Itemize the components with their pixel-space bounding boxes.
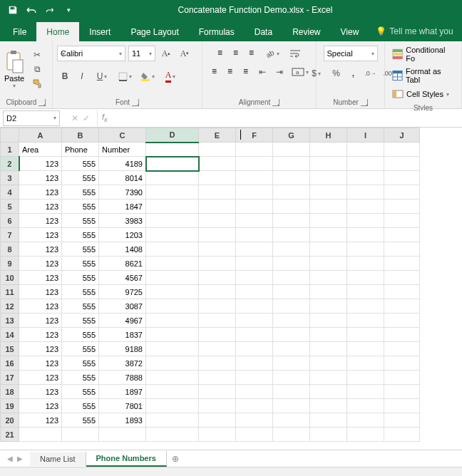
align-bottom-icon[interactable]: ≡ xyxy=(245,46,259,60)
fill-color-icon[interactable] xyxy=(137,68,158,84)
cell[interactable]: 8014 xyxy=(99,171,146,185)
cell[interactable]: 123 xyxy=(19,285,62,299)
font-color-icon[interactable]: A xyxy=(160,68,181,84)
cell[interactable] xyxy=(384,428,420,442)
cell[interactable]: 555 xyxy=(62,242,99,257)
qat-customize-icon[interactable]: ▾ xyxy=(60,1,77,19)
cell[interactable] xyxy=(310,185,347,200)
cell[interactable]: 7801 xyxy=(99,399,146,413)
row-header[interactable]: 4 xyxy=(1,185,19,200)
cell[interactable] xyxy=(347,171,384,185)
cell[interactable] xyxy=(146,299,199,314)
cell[interactable] xyxy=(310,314,347,328)
cell[interactable] xyxy=(310,242,347,257)
number-format-combo[interactable]: Special▾ xyxy=(324,46,378,61)
wrap-text-icon[interactable] xyxy=(286,46,306,61)
clipboard-launcher-icon[interactable] xyxy=(38,99,46,106)
cell[interactable] xyxy=(273,399,310,413)
font-launcher-icon[interactable] xyxy=(132,99,139,106)
cell[interactable] xyxy=(236,371,273,385)
cell[interactable] xyxy=(384,371,420,385)
cell[interactable] xyxy=(236,314,273,328)
cell[interactable] xyxy=(347,242,384,257)
cell[interactable] xyxy=(236,257,273,271)
font-size-combo[interactable]: 11▾ xyxy=(128,46,155,61)
cell[interactable] xyxy=(146,242,199,257)
tab-formulas[interactable]: Formulas xyxy=(189,22,245,41)
enter-formula-icon[interactable]: ✓ xyxy=(83,113,90,123)
row-header[interactable]: 20 xyxy=(1,413,19,428)
cell[interactable] xyxy=(310,428,347,442)
cell[interactable] xyxy=(199,371,236,385)
cell[interactable]: 123 xyxy=(19,399,62,413)
sheet-nav-next-icon[interactable]: ▶ xyxy=(17,455,23,462)
cell[interactable] xyxy=(384,399,420,413)
conditional-formatting-button[interactable]: Conditional Fo xyxy=(389,44,457,64)
row-header[interactable]: 13 xyxy=(1,314,19,328)
cell[interactable] xyxy=(273,257,310,271)
cell[interactable]: 555 xyxy=(62,342,99,356)
cell[interactable]: Area xyxy=(19,143,62,157)
cell[interactable]: 3872 xyxy=(99,356,146,371)
decrease-decimal-icon[interactable]: .00 xyxy=(380,66,396,81)
cell[interactable] xyxy=(384,413,420,428)
cell[interactable] xyxy=(347,228,384,242)
cancel-formula-icon[interactable]: ✕ xyxy=(71,113,78,123)
tab-home[interactable]: Home xyxy=(36,22,79,41)
cell[interactable] xyxy=(273,214,310,228)
format-painter-icon[interactable] xyxy=(30,77,44,90)
align-top-icon[interactable]: ≡ xyxy=(213,46,227,60)
cell[interactable] xyxy=(384,285,420,299)
cell[interactable] xyxy=(146,356,199,371)
percent-icon[interactable]: % xyxy=(329,66,344,81)
cell[interactable] xyxy=(347,428,384,442)
cell[interactable] xyxy=(273,371,310,385)
cell[interactable] xyxy=(146,371,199,385)
cell[interactable]: 555 xyxy=(62,299,99,314)
cell[interactable]: 4967 xyxy=(99,314,146,328)
cell[interactable] xyxy=(62,428,99,442)
cell-styles-button[interactable]: Cell Styles▾ xyxy=(389,87,452,101)
cell[interactable]: 555 xyxy=(62,314,99,328)
cell[interactable] xyxy=(347,143,384,157)
row-header[interactable]: 17 xyxy=(1,371,19,385)
cell[interactable]: 9725 xyxy=(99,285,146,299)
cell[interactable] xyxy=(347,328,384,342)
cell[interactable] xyxy=(310,399,347,413)
cell[interactable] xyxy=(236,299,273,314)
cell[interactable] xyxy=(236,413,273,428)
cell[interactable] xyxy=(199,242,236,257)
column-header[interactable]: C xyxy=(99,128,146,143)
cell[interactable]: 123 xyxy=(19,385,62,399)
row-header[interactable]: 19 xyxy=(1,399,19,413)
number-launcher-icon[interactable] xyxy=(361,99,368,106)
cell[interactable] xyxy=(146,185,199,200)
cell[interactable] xyxy=(273,385,310,399)
increase-decimal-icon[interactable]: .0→ xyxy=(363,66,379,81)
italic-icon[interactable]: I xyxy=(74,68,90,84)
cell[interactable] xyxy=(146,399,199,413)
decrease-indent-icon[interactable]: ⇤ xyxy=(255,64,270,80)
cut-icon[interactable]: ✂ xyxy=(30,48,44,61)
cell[interactable]: 123 xyxy=(19,214,62,228)
row-header[interactable]: 1 xyxy=(1,143,19,157)
cell[interactable] xyxy=(310,143,347,157)
row-header[interactable]: 3 xyxy=(1,171,19,185)
align-middle-icon[interactable]: ≡ xyxy=(229,46,243,60)
column-header[interactable]: A xyxy=(19,128,62,143)
row-header[interactable]: 10 xyxy=(1,271,19,285)
cell[interactable] xyxy=(146,228,199,242)
cell[interactable] xyxy=(236,200,273,214)
cell[interactable] xyxy=(310,328,347,342)
cell[interactable] xyxy=(273,356,310,371)
cell[interactable] xyxy=(236,228,273,242)
cell[interactable]: 9188 xyxy=(99,342,146,356)
cell[interactable] xyxy=(384,171,420,185)
cell[interactable] xyxy=(199,356,236,371)
tab-insert[interactable]: Insert xyxy=(79,22,120,41)
cell[interactable] xyxy=(310,157,347,171)
cell[interactable] xyxy=(146,328,199,342)
underline-icon[interactable]: U xyxy=(91,68,113,84)
cell[interactable] xyxy=(236,428,273,442)
cell[interactable] xyxy=(347,371,384,385)
